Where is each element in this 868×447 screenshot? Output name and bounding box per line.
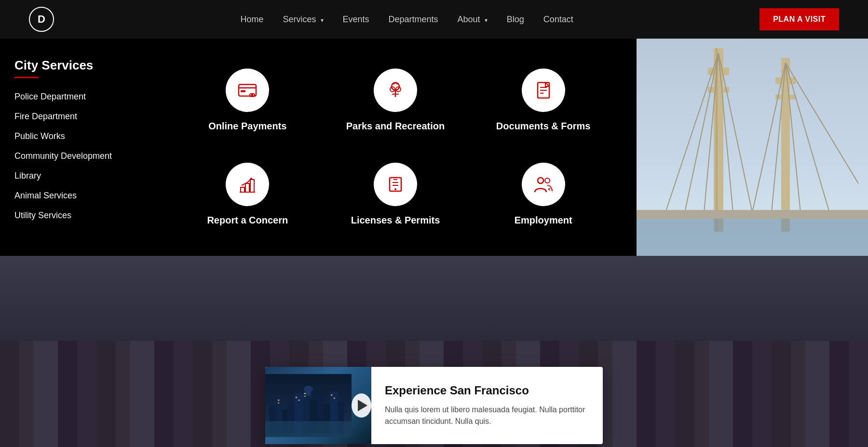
bridge-image [637,39,868,256]
service-employment[interactable]: Employment [479,152,608,237]
video-thumbnail-svg [265,367,352,444]
logo[interactable]: D [29,7,54,32]
online-payments-label: Online Payments [208,121,286,132]
bridge-svg [637,39,868,256]
nav-about[interactable]: About ▾ [458,14,488,24]
svg-rect-59 [265,421,352,437]
video-info: Experience San Francisco Nulla quis lore… [371,372,603,439]
svg-rect-2 [241,90,245,92]
svg-rect-16 [250,180,254,192]
svg-point-5 [392,83,399,90]
svg-point-24 [545,178,550,183]
city-services-sidebar: City Services Police Department Fire Dep… [0,39,154,256]
svg-rect-15 [245,183,249,192]
video-thumbnail [265,367,371,444]
svg-rect-66 [304,393,306,394]
document-icon [533,80,554,101]
nav-departments[interactable]: Departments [389,14,438,24]
service-documents[interactable]: Documents & Forms [479,58,608,142]
svg-rect-28 [714,48,723,232]
nav-events[interactable]: Events [343,14,369,24]
video-card: Experience San Francisco Nulla quis lore… [265,367,603,444]
video-description: Nulla quis lorem ut libero malesuada feu… [385,404,589,427]
svg-point-23 [538,178,543,183]
chevron-down-icon: ▾ [321,17,324,24]
service-licenses[interactable]: Licenses & Permits [331,152,460,237]
svg-rect-45 [637,210,868,219]
report-label: Report a Concern [207,215,288,226]
sidebar-item-publicworks[interactable]: Public Works [14,131,140,141]
online-payments-icon-circle [226,69,269,112]
report-icon-circle [226,163,269,206]
employment-label: Employment [515,215,572,226]
svg-rect-33 [775,77,796,84]
documents-icon-circle [522,69,565,112]
permit-icon [385,174,406,195]
chart-bar-icon [237,174,258,195]
svg-rect-64 [296,397,297,398]
svg-rect-14 [241,187,244,192]
play-button[interactable] [352,393,371,418]
tree-icon [385,80,406,101]
employment-icon-circle [522,163,565,206]
svg-point-22 [394,188,396,190]
service-report[interactable]: Report a Concern [183,152,312,237]
svg-rect-63 [278,402,279,403]
main-services-section: City Services Police Department Fire Dep… [0,39,868,256]
svg-rect-69 [334,398,335,399]
nav-contact[interactable]: Contact [543,14,573,24]
nav-blog[interactable]: Blog [507,14,524,24]
service-online-payments[interactable]: Online Payments [183,58,312,142]
svg-rect-46 [637,219,868,256]
licenses-icon-circle [374,163,417,206]
sidebar-title: City Services [14,58,140,73]
licenses-label: Licenses & Permits [351,215,440,226]
sidebar-list: Police Department Fire Department Public… [14,92,140,221]
nav-services[interactable]: Services ▾ [283,14,323,24]
sidebar-item-community[interactable]: Community Development [14,151,140,161]
nav-home[interactable]: Home [240,14,263,24]
svg-point-18 [250,178,252,180]
sidebar-item-animal[interactable]: Animal Services [14,191,140,201]
svg-rect-61 [306,389,311,395]
video-title: Experience San Francisco [385,384,589,397]
sidebar-item-fire[interactable]: Fire Department [14,112,140,122]
documents-label: Documents & Forms [496,121,591,132]
bottom-city-section: Experience San Francisco Nulla quis lore… [0,256,868,447]
chevron-down-icon: ▾ [485,17,488,24]
nav-links: Home Services ▾ Events Departments About… [240,14,573,25]
svg-rect-65 [298,400,299,401]
plan-visit-button[interactable]: PLAN A VISIT [760,8,839,30]
svg-rect-68 [331,394,332,395]
parks-label: Parks and Recreation [346,121,445,132]
sidebar-item-utility[interactable]: Utility Services [14,210,140,221]
svg-line-26 [548,189,550,190]
people-icon [533,174,554,195]
bridge-placeholder [637,39,868,256]
navigation: D Home Services ▾ Events Departments Abo… [0,0,868,39]
credit-card-icon [237,80,258,101]
service-parks[interactable]: Parks and Recreation [331,58,460,142]
services-grid: Online Payments Parks and Recreation [154,39,637,256]
svg-rect-67 [304,396,306,397]
parks-icon-circle [374,69,417,112]
svg-rect-62 [278,400,279,401]
sidebar-item-library[interactable]: Library [14,171,140,181]
sidebar-item-police[interactable]: Police Department [14,92,140,102]
sidebar-underline [14,77,39,78]
